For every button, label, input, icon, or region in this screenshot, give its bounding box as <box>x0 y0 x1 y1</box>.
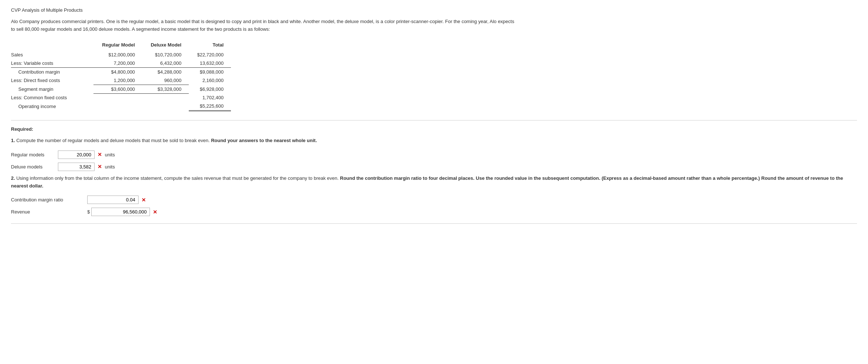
q1-text: Compute the number of regular models and… <box>16 138 210 143</box>
row-label-segment-margin: Segment margin <box>11 85 93 93</box>
col-deluxe-header: Deluxe Model <box>142 41 189 51</box>
table-row: Less: Direct fixed costs 1,200,000 960,0… <box>11 76 231 85</box>
row-deluxe-cm: $4,288,000 <box>142 67 189 76</box>
regular-models-units: units <box>105 152 115 157</box>
revenue-input-group: $ <box>87 208 150 216</box>
row-regular-cm: $4,800,000 <box>93 67 142 76</box>
page-title: CVP Analysis of Multiple Products <box>11 7 857 13</box>
row-total-variable: 13,632,000 <box>189 59 231 68</box>
table-header-row: Regular Model Deluxe Model Total <box>11 41 231 51</box>
row-label-common-fixed: Less: Common fixed costs <box>11 93 93 102</box>
col-regular-header: Regular Model <box>93 41 142 51</box>
description-line2: to sell 80,000 regular models and 16,000… <box>11 26 270 32</box>
row-deluxe-sales: $10,720,000 <box>142 51 189 59</box>
question-1: 1. Compute the number of regular models … <box>11 137 857 145</box>
regular-models-input[interactable] <box>58 151 95 159</box>
revenue-x: ✕ <box>153 209 157 215</box>
row-total-segment: $6,928,000 <box>189 85 231 93</box>
row-label-operating-income: Operating income <box>11 102 93 111</box>
row-total-direct-fixed: 2,160,000 <box>189 76 231 85</box>
description-line1: Alo Company produces commercial printers… <box>11 19 514 24</box>
regular-models-label: Regular models <box>11 152 55 157</box>
row-label-direct-fixed: Less: Direct fixed costs <box>11 76 93 85</box>
row-regular-variable: 7,200,000 <box>93 59 142 68</box>
row-regular-segment: $3,600,000 <box>93 85 142 93</box>
q1-number: 1. <box>11 138 15 143</box>
row-deluxe-operating <box>142 102 189 111</box>
row-deluxe-direct-fixed: 960,000 <box>142 76 189 85</box>
row-total-common: 1,702,400 <box>189 93 231 102</box>
revenue-label: Revenue <box>11 209 84 215</box>
table-row: Segment margin $3,600,000 $3,328,000 $6,… <box>11 85 231 93</box>
q1-bold: Round your answers to the nearest whole … <box>211 138 317 143</box>
row-deluxe-segment: $3,328,000 <box>142 85 189 93</box>
col-label-header <box>11 41 93 51</box>
q2-number: 2. <box>11 175 15 181</box>
row-deluxe-variable: 6,432,000 <box>142 59 189 68</box>
row-label-variable-costs: Less: Variable costs <box>11 59 93 68</box>
description: Alo Company produces commercial printers… <box>11 18 854 33</box>
regular-models-x: ✕ <box>98 152 102 157</box>
revenue-row: Revenue $ ✕ <box>11 208 857 216</box>
cm-ratio-input[interactable] <box>87 196 139 204</box>
row-regular-sales: $12,000,000 <box>93 51 142 59</box>
row-regular-operating <box>93 102 142 111</box>
section-divider <box>11 120 857 120</box>
cm-ratio-x: ✕ <box>141 197 146 203</box>
row-regular-common <box>93 93 142 102</box>
row-regular-direct-fixed: 1,200,000 <box>93 76 142 85</box>
table-row: Less: Variable costs 7,200,000 6,432,000… <box>11 59 231 68</box>
table-row: Operating income $5,225,600 <box>11 102 231 111</box>
row-deluxe-common <box>142 93 189 102</box>
q2-text: Using information only from the total co… <box>16 175 338 181</box>
row-label-contribution-margin: Contribution margin <box>11 67 93 76</box>
row-total-sales: $22,720,000 <box>189 51 231 59</box>
regular-models-row: Regular models ✕ units <box>11 151 857 159</box>
deluxe-models-units: units <box>105 164 115 170</box>
deluxe-models-row: Deluxe models ✕ units <box>11 163 857 171</box>
question-2: 2. Using information only from the total… <box>11 175 857 190</box>
required-label: Required: <box>11 126 857 132</box>
revenue-input[interactable] <box>91 208 150 216</box>
row-total-cm: $9,088,000 <box>189 67 231 76</box>
row-total-operating: $5,225,600 <box>189 102 231 111</box>
currency-symbol: $ <box>87 209 90 215</box>
table-row: Sales $12,000,000 $10,720,000 $22,720,00… <box>11 51 231 59</box>
table-row: Less: Common fixed costs 1,702,400 <box>11 93 231 102</box>
deluxe-models-input[interactable] <box>58 163 95 171</box>
table-row: Contribution margin $4,800,000 $4,288,00… <box>11 67 231 76</box>
deluxe-models-x: ✕ <box>98 164 102 170</box>
col-total-header: Total <box>189 41 231 51</box>
row-label-sales: Sales <box>11 51 93 59</box>
income-statement-table: Regular Model Deluxe Model Total Sales $… <box>11 41 231 112</box>
deluxe-models-label: Deluxe models <box>11 164 55 170</box>
cm-ratio-row: Contribution margin ratio ✕ <box>11 196 857 204</box>
cm-ratio-label: Contribution margin ratio <box>11 197 84 203</box>
bottom-divider <box>11 223 857 224</box>
